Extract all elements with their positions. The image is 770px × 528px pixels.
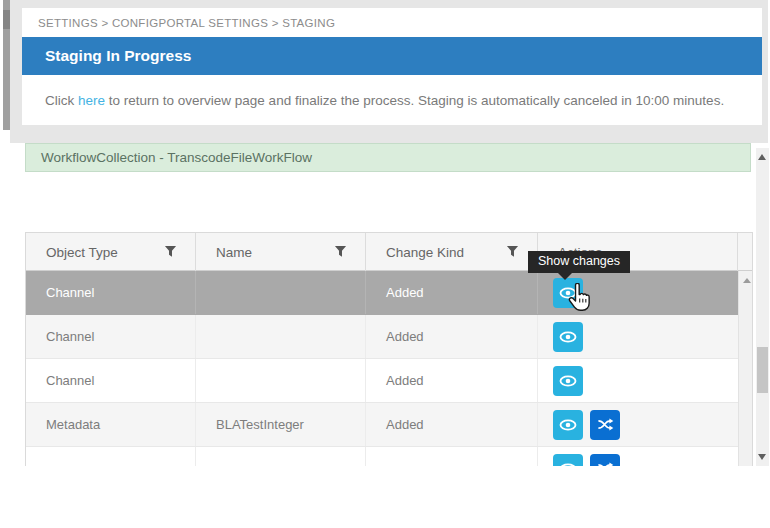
column-label: Object Type	[46, 245, 118, 260]
eye-icon	[558, 371, 578, 391]
eye-icon	[558, 327, 578, 347]
staging-card: SETTINGS > CONFIGPORTAL SETTINGS > STAGI…	[22, 8, 762, 125]
cell-name	[196, 271, 366, 314]
column-header-object-type[interactable]: Object Type	[26, 233, 196, 271]
cell-name	[196, 447, 366, 466]
column-label: Name	[216, 245, 252, 260]
eye-icon	[558, 283, 578, 303]
changes-grid: Object Type Name Change Kind Actions	[25, 232, 753, 466]
scroll-up-icon[interactable]	[758, 154, 766, 160]
cell-change-kind	[366, 447, 538, 466]
cell-name: BLATestInteger	[196, 403, 366, 446]
cell-actions	[538, 403, 738, 446]
table-row[interactable]: Channel Added	[26, 359, 738, 403]
column-header-name[interactable]: Name	[196, 233, 366, 271]
cell-change-kind: Added	[366, 271, 538, 314]
merge-changes-button[interactable]	[590, 410, 620, 440]
grid-header: Object Type Name Change Kind Actions	[26, 233, 752, 271]
show-changes-button[interactable]	[553, 322, 583, 352]
page-title: Staging In Progress	[45, 47, 191, 65]
cell-change-kind: Added	[366, 359, 538, 402]
table-row[interactable]: Channel Added	[26, 271, 738, 315]
filter-icon[interactable]	[164, 245, 177, 258]
eye-icon	[558, 459, 578, 467]
table-row[interactable]	[26, 447, 738, 466]
cell-actions	[538, 359, 738, 402]
cell-name	[196, 315, 366, 358]
cell-object-type	[26, 447, 196, 466]
eye-icon	[558, 415, 578, 435]
show-changes-button[interactable]	[553, 278, 583, 308]
shuffle-icon	[597, 460, 614, 466]
page-scrollbar[interactable]	[756, 148, 769, 466]
table-row[interactable]: Metadata BLATestInteger Added	[26, 403, 738, 447]
show-changes-button[interactable]	[553, 366, 583, 396]
grid-rows: Channel Added Channel Added	[26, 271, 738, 466]
notice-text-pre: Click	[45, 93, 78, 108]
scroll-down-icon[interactable]	[758, 454, 766, 460]
cell-object-type: Channel	[26, 359, 196, 402]
filter-icon[interactable]	[506, 245, 519, 258]
column-label: Change Kind	[386, 245, 464, 260]
cell-name	[196, 359, 366, 402]
cell-object-type: Metadata	[26, 403, 196, 446]
return-overview-link[interactable]: here	[78, 93, 105, 108]
show-changes-button[interactable]	[553, 454, 583, 467]
merge-changes-button[interactable]	[590, 454, 620, 467]
cell-actions	[538, 315, 738, 358]
filter-icon[interactable]	[334, 245, 347, 258]
breadcrumb[interactable]: SETTINGS > CONFIGPORTAL SETTINGS > STAGI…	[38, 8, 335, 37]
workflow-collection-banner[interactable]: WorkflowCollection - TranscodeFileWorkFl…	[25, 143, 751, 172]
scrollbar-thumb[interactable]	[757, 347, 768, 393]
scroll-up-icon[interactable]	[743, 278, 751, 283]
cell-object-type: Channel	[26, 315, 196, 358]
cell-change-kind: Added	[366, 403, 538, 446]
cell-object-type: Channel	[26, 271, 196, 314]
cell-change-kind: Added	[366, 315, 538, 358]
staging-notice: Click here to return to overview page an…	[22, 75, 762, 125]
table-row[interactable]: Channel Added	[26, 315, 738, 359]
page-title-bar: Staging In Progress	[22, 37, 762, 75]
cell-actions	[538, 447, 738, 466]
grid-scrollbar[interactable]	[738, 271, 753, 466]
window-edge-scrollbar-thumb[interactable]	[3, 10, 10, 29]
show-changes-button[interactable]	[553, 410, 583, 440]
staging-page: SETTINGS > CONFIGPORTAL SETTINGS > STAGI…	[0, 0, 770, 528]
column-header-change-kind[interactable]: Change Kind	[366, 233, 538, 271]
grid-header-spacer	[738, 233, 753, 271]
shuffle-icon	[597, 416, 614, 433]
show-changes-tooltip: Show changes	[528, 251, 630, 273]
notice-text-post: to return to overview page and finalize …	[105, 93, 724, 108]
